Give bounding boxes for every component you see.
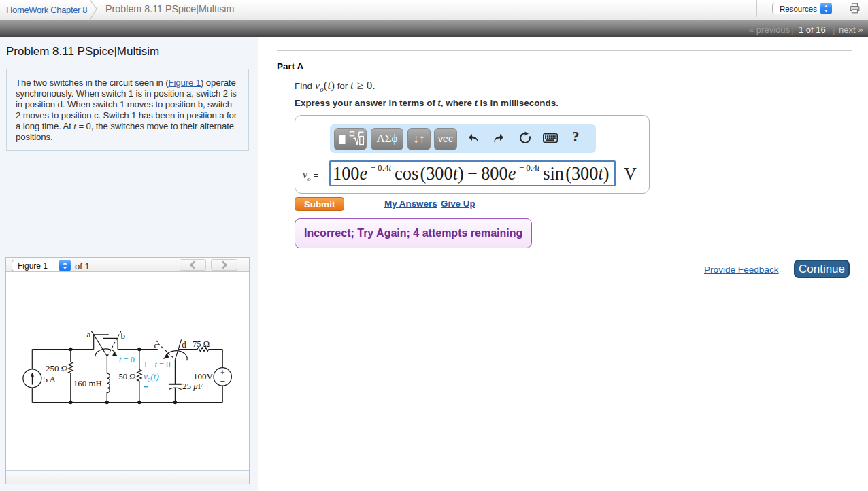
svg-text:50 Ω: 50 Ω: [118, 372, 135, 382]
svg-text:160 mH: 160 mH: [73, 378, 102, 388]
svg-text:vo(t): vo(t): [144, 371, 159, 383]
svg-text:d: d: [182, 339, 186, 350]
svg-text:t = 0: t = 0: [155, 360, 171, 369]
svg-text:−: −: [220, 376, 225, 386]
svg-text:b: b: [121, 331, 126, 341]
svg-text:75 Ω: 75 Ω: [193, 339, 210, 349]
svg-text:a: a: [87, 329, 91, 339]
svg-text:25 μF: 25 μF: [182, 381, 203, 391]
svg-text:+: +: [143, 360, 148, 370]
svg-text:100V: 100V: [193, 371, 214, 382]
svg-text:c: c: [154, 340, 158, 350]
svg-text:250 Ω: 250 Ω: [46, 363, 67, 373]
svg-text:5 A: 5 A: [44, 374, 56, 384]
svg-text:t = 0: t = 0: [119, 355, 135, 365]
